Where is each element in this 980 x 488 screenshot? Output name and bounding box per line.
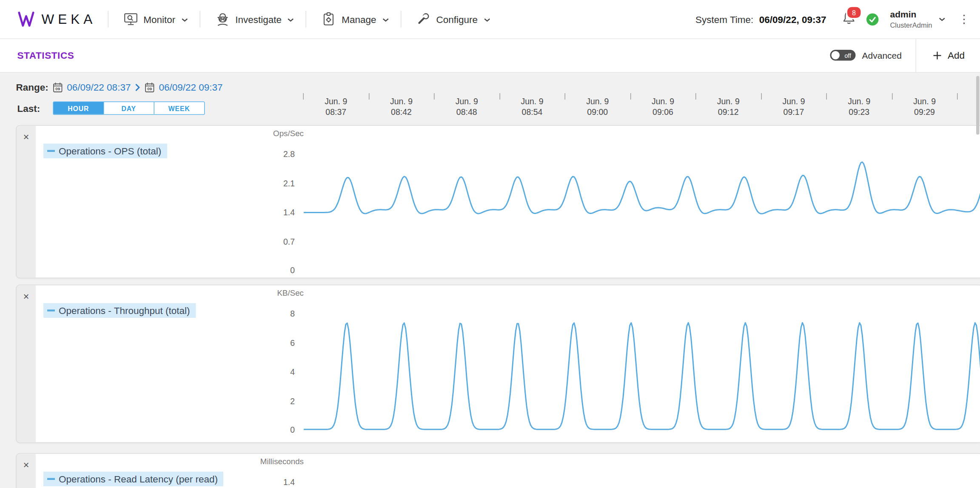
chevron-down-icon: [181, 17, 188, 22]
chart-card-read-latency: × Milliseconds 1.4 Operations - Read Lat…: [16, 453, 980, 488]
throughput-line-chart: [304, 285, 980, 443]
time-axis-label: Jun. 908:42: [368, 96, 434, 117]
statistics-content: Range: 09 06/09/22 08:37 09 06/09/22 09:…: [0, 72, 980, 488]
chart-card-throughput: × KB/Sec 86420 Operations - Throughput (…: [16, 285, 980, 443]
vertical-scrollbar-thumb[interactable]: [976, 76, 980, 135]
range-start-link[interactable]: 06/09/22 08:37: [67, 82, 131, 93]
detective-icon: [216, 12, 230, 26]
y-axis-tick-label: 2.8: [256, 149, 295, 160]
y-axis-tick-label: 1.4: [256, 477, 295, 488]
system-time-value: 06/09/22, 09:37: [759, 14, 826, 25]
divider: [199, 11, 200, 28]
cluster-health-status[interactable]: [866, 13, 879, 26]
y-axis-title: KB/Sec: [176, 288, 304, 297]
nav-label: Monitor: [143, 14, 175, 25]
time-axis: Jun. 908:37Jun. 908:42Jun. 908:48Jun. 90…: [303, 93, 980, 124]
kebab-menu-icon[interactable]: ⋮: [958, 14, 970, 25]
y-axis-title: Ops/Sec: [176, 129, 304, 138]
last-label: Last:: [17, 103, 40, 114]
series-color-dash: [47, 478, 55, 480]
nav-item-configure[interactable]: Configure: [416, 12, 490, 26]
divider: [400, 11, 401, 28]
time-axis-label: Jun. 909:12: [695, 96, 761, 117]
nav-label: Configure: [436, 14, 478, 25]
check-icon: [868, 15, 877, 23]
chart-legend[interactable]: Operations - Throughput (total): [43, 303, 196, 318]
last-option-hour[interactable]: HOUR: [54, 102, 103, 114]
user-name: admin: [890, 10, 932, 20]
nav-label: Manage: [342, 14, 376, 25]
add-chart-button[interactable]: Add: [916, 38, 980, 72]
close-icon[interactable]: ×: [19, 289, 34, 305]
read-latency-line-chart: [304, 454, 980, 488]
clipboard-gear-icon: [322, 12, 336, 26]
add-button-label: Add: [948, 50, 965, 61]
range-end-link[interactable]: 06/09/22 09:37: [159, 82, 222, 93]
system-time-label: System Time:: [695, 14, 753, 25]
chart-legend-label: Operations - Throughput (total): [59, 305, 190, 316]
range-label: Range:: [16, 82, 48, 93]
weka-logo-icon: [17, 11, 35, 28]
calendar-icon[interactable]: 09: [53, 82, 63, 92]
chart-series-line: [304, 323, 980, 430]
time-axis-label: Jun. 909:00: [565, 96, 631, 117]
last-controls: Last: HOUR DAY WEEK: [17, 102, 205, 115]
user-menu[interactable]: admin ClusterAdmin: [890, 10, 932, 29]
ops-line-chart: [304, 126, 980, 279]
chart-card-side-strip: ×: [17, 126, 36, 278]
nav-item-manage[interactable]: Manage: [322, 12, 389, 26]
calendar-day: 09: [147, 86, 152, 91]
y-axis-tick-label: 2: [256, 395, 295, 407]
nav-label: Investigate: [235, 14, 282, 25]
y-axis-title: Milliseconds: [176, 457, 304, 466]
weka-app: WEKA Monitor: [0, 0, 980, 488]
notifications-button[interactable]: 8: [841, 10, 856, 28]
plus-icon: [933, 51, 942, 60]
y-axis-tick-label: 1.4: [256, 207, 295, 218]
chart-card-side-strip: ×: [17, 285, 36, 442]
chart-legend-label: Operations - OPS (total): [59, 146, 161, 157]
series-color-dash: [47, 310, 55, 312]
chart-card-side-strip: ×: [17, 454, 36, 488]
y-axis-tick-label: 4: [256, 366, 295, 378]
page-title: STATISTICS: [17, 50, 74, 61]
chart-series-line: [304, 162, 980, 214]
chart-card-ops: × Ops/Sec 2.82.11.40.70 Operations - OPS…: [16, 125, 980, 278]
y-axis-tick-label: 2.1: [256, 178, 295, 189]
time-axis-label: Jun. 909:17: [761, 96, 827, 117]
close-icon[interactable]: ×: [19, 130, 34, 145]
last-option-day[interactable]: DAY: [103, 102, 154, 114]
y-axis-tick-label: 0.7: [256, 236, 295, 247]
nav-item-investigate[interactable]: Investigate: [216, 12, 294, 26]
time-axis-label: Jun. 909:06: [630, 96, 696, 117]
chevron-down-icon: [484, 17, 491, 22]
monitor-search-icon: [124, 12, 138, 26]
chevron-down-icon: [382, 17, 389, 22]
chevron-down-icon: [288, 17, 295, 22]
divider: [108, 11, 108, 28]
user-role: ClusterAdmin: [890, 21, 932, 29]
y-axis-tick-label: 6: [256, 337, 295, 349]
chart-legend[interactable]: Operations - Read Latency (per read): [43, 472, 223, 487]
page-header: STATISTICS off Advanced Add: [0, 38, 980, 73]
calendar-day: 09: [55, 86, 60, 91]
chart-legend[interactable]: Operations - OPS (total): [43, 144, 167, 159]
chevron-down-icon[interactable]: [939, 17, 946, 22]
chart-legend-label: Operations - Read Latency (per read): [59, 474, 218, 485]
close-icon[interactable]: ×: [19, 458, 34, 473]
advanced-toggle[interactable]: off: [830, 50, 856, 61]
topbar-right-cluster: System Time: 06/09/22, 09:37 8 admin Clu…: [695, 0, 970, 38]
page-header-actions: off Advanced Add: [830, 38, 980, 72]
time-axis-label: Jun. 908:48: [434, 96, 500, 117]
time-axis-label: Jun. 908:37: [303, 96, 369, 117]
time-axis-tick: [957, 93, 958, 100]
last-segmented-control: HOUR DAY WEEK: [53, 102, 205, 115]
advanced-label: Advanced: [862, 50, 902, 60]
calendar-icon[interactable]: 09: [145, 82, 154, 92]
weka-logo[interactable]: WEKA: [17, 11, 97, 28]
notification-badge: 8: [846, 6, 862, 20]
y-axis-tick-label: 0: [256, 265, 295, 277]
nav-item-monitor[interactable]: Monitor: [124, 12, 188, 26]
last-option-week[interactable]: WEEK: [154, 102, 204, 114]
top-nav-bar: WEKA Monitor: [0, 0, 980, 39]
